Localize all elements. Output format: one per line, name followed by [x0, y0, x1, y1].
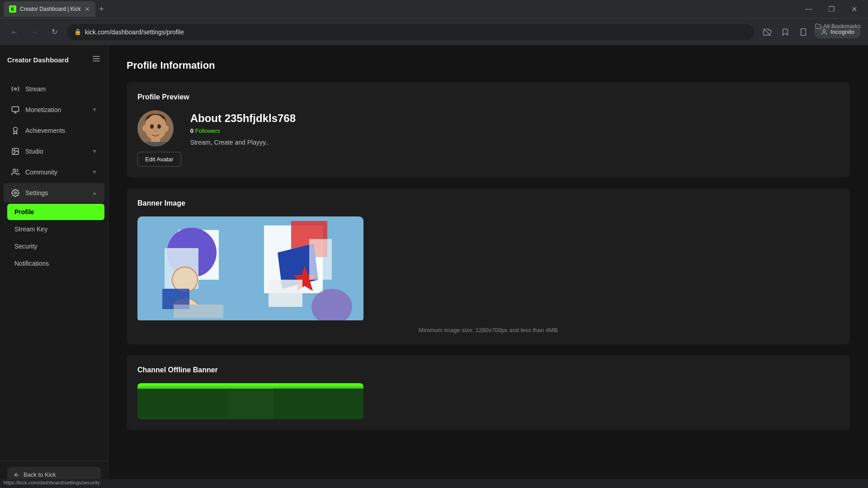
bookmark-icon[interactable]: [778, 25, 793, 39]
avatar: [137, 110, 174, 146]
window-controls: — ❐ ✕: [798, 1, 864, 17]
submenu-item-notifications[interactable]: Notifications: [7, 255, 104, 272]
main-content: Profile Information Profile Preview: [108, 45, 868, 488]
statusbar: https://kick.com/dashboard/settings/secu…: [0, 479, 868, 488]
svg-rect-1: [801, 28, 806, 35]
sidebar-item-monetization[interactable]: Monetization ▼: [4, 100, 104, 120]
svg-point-7: [14, 88, 17, 90]
minimize-button[interactable]: —: [798, 1, 819, 17]
svg-point-30: [172, 267, 198, 292]
svg-rect-8: [12, 107, 19, 112]
svg-rect-43: [273, 388, 363, 419]
banner-image-card: Banner Image: [127, 188, 850, 344]
tab-title: Creator Dashboard | Kick: [20, 6, 81, 12]
sidebar-item-settings[interactable]: Settings ▲: [4, 183, 104, 203]
svg-rect-36: [269, 280, 302, 307]
browser-chrome: K Creator Dashboard | Kick ✕ + — ❐ ✕ ← →…: [0, 0, 868, 45]
banner-image-svg: [137, 216, 363, 320]
back-button[interactable]: ←: [7, 25, 22, 39]
studio-chevron-icon: ▼: [92, 148, 97, 155]
status-url: https://kick.com/dashboard/settings/secu…: [4, 480, 100, 485]
page-title: Profile Information: [127, 60, 850, 71]
incognito-label: Incognito: [830, 28, 854, 35]
camera-off-icon[interactable]: [760, 25, 774, 39]
svg-point-19: [150, 124, 154, 129]
reload-button[interactable]: ↻: [47, 25, 61, 39]
svg-rect-38: [309, 239, 332, 280]
svg-line-0: [764, 28, 771, 36]
settings-icon: [11, 188, 20, 197]
sidebar-stream-label: Stream: [25, 85, 97, 93]
offline-banner-preview[interactable]: [137, 383, 363, 419]
sidebar: Creator Dashboard Stream Monetization ▼: [0, 45, 108, 488]
all-bookmarks-label: All Bookmarks: [823, 23, 861, 29]
offline-banner-svg: [137, 386, 363, 419]
back-to-kick-label: Back to Kick: [24, 471, 56, 478]
sidebar-nav: Stream Monetization ▼ Achievements: [0, 75, 108, 461]
restore-button[interactable]: ❐: [821, 1, 842, 17]
svg-rect-42: [137, 390, 228, 418]
followers-count: 0 Followers: [190, 127, 296, 134]
sidebar-studio-label: Studio: [25, 148, 86, 155]
profile-preview-card: Profile Preview: [127, 82, 850, 178]
profile-preview-title: Profile Preview: [137, 93, 839, 101]
banner-image-container[interactable]: [137, 216, 363, 322]
sidebar-item-stream[interactable]: Stream: [4, 79, 104, 99]
sidebar-item-achievements[interactable]: Achievements: [4, 121, 104, 141]
sidebar-header: Creator Dashboard: [0, 45, 108, 75]
sidebar-settings-label: Settings: [25, 189, 86, 197]
studio-icon: [11, 147, 20, 156]
notifications-label: Notifications: [14, 260, 49, 267]
profile-preview-content: Edit Avatar About 235hfjdkls768 0 Follow…: [137, 110, 839, 167]
new-tab-button[interactable]: +: [95, 3, 108, 15]
all-bookmarks[interactable]: All Bookmarks: [815, 23, 861, 29]
profile-label: Profile: [14, 208, 34, 216]
sidebar-item-studio[interactable]: Studio ▼: [4, 141, 104, 161]
username: 235hfjdkls768: [225, 112, 296, 124]
svg-point-20: [157, 124, 161, 129]
sidebar-title: Creator Dashboard: [7, 56, 69, 64]
browser-titlebar: K Creator Dashboard | Kick ✕ + — ❐ ✕: [0, 0, 868, 18]
profile-bio: Stream, Create and Playyy..: [190, 139, 296, 146]
submenu-item-stream-key[interactable]: Stream Key: [7, 221, 104, 237]
tab-close-button[interactable]: ✕: [85, 5, 90, 13]
followers-label: Followers: [195, 127, 221, 134]
banner-image-title: Banner Image: [137, 199, 839, 207]
svg-point-23: [164, 125, 169, 131]
banner-image-hint: Minimum image size: 1280x700px and less …: [137, 327, 839, 333]
about-prefix: About: [190, 112, 225, 124]
profile-info: About 235hfjdkls768 0 Followers Stream, …: [190, 110, 296, 146]
profile-name: About 235hfjdkls768: [190, 112, 296, 125]
forward-button[interactable]: →: [27, 25, 42, 39]
browser-tab[interactable]: K Creator Dashboard | Kick ✕: [4, 1, 95, 17]
browser-toolbar: ← → ↻ 🔒 kick.com/dashboard/settings/prof…: [0, 18, 868, 45]
stream-key-label: Stream Key: [14, 225, 47, 233]
monetization-chevron-icon: ▼: [92, 107, 97, 113]
sidebar-item-community[interactable]: Community ▼: [4, 162, 104, 182]
channel-offline-banner-card: Channel Offline Banner: [127, 355, 850, 430]
settings-submenu: Profile Stream Key Security Notification…: [0, 204, 108, 272]
svg-point-15: [14, 192, 17, 194]
sidebar-monetization-label: Monetization: [25, 106, 86, 113]
community-chevron-icon: ▼: [92, 169, 97, 175]
close-button[interactable]: ✕: [844, 1, 864, 17]
settings-chevron-icon: ▲: [92, 190, 97, 196]
svg-rect-39: [174, 305, 223, 318]
svg-point-13: [14, 150, 15, 151]
svg-rect-25: [137, 142, 174, 146]
svg-point-21: [154, 130, 157, 132]
submenu-item-security[interactable]: Security: [7, 238, 104, 254]
security-label: Security: [14, 243, 38, 250]
page-layout: Creator Dashboard Stream Monetization ▼: [0, 45, 868, 488]
tab-favicon: K: [9, 5, 16, 13]
address-bar[interactable]: 🔒 kick.com/dashboard/settings/profile: [67, 24, 755, 40]
devices-icon[interactable]: [796, 25, 811, 39]
submenu-item-profile[interactable]: Profile: [7, 204, 104, 220]
channel-offline-banner-title: Channel Offline Banner: [137, 366, 839, 374]
sidebar-toggle-button[interactable]: [92, 54, 101, 66]
sidebar-achievements-label: Achievements: [25, 127, 97, 134]
edit-avatar-button[interactable]: Edit Avatar: [137, 152, 181, 167]
svg-point-14: [13, 169, 16, 172]
monetization-icon: [11, 105, 20, 114]
sidebar-community-label: Community: [25, 169, 86, 176]
